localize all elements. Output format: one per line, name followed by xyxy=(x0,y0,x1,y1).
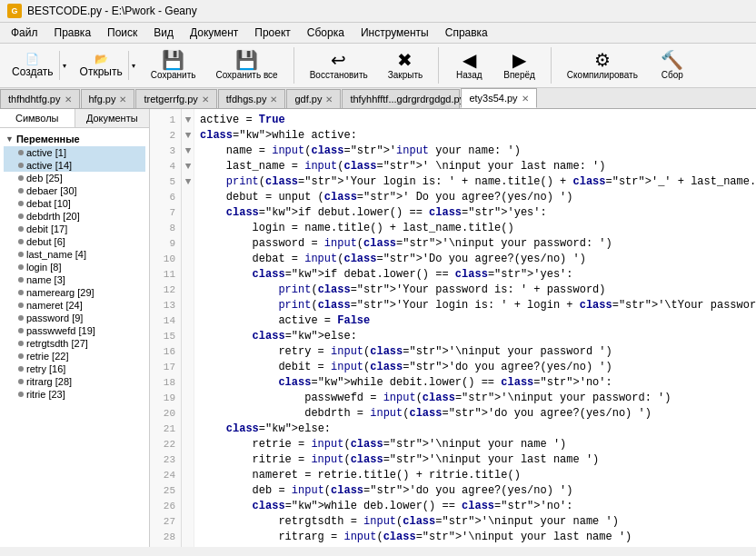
line-num-3: 3 xyxy=(154,144,175,159)
line-num-1: 1 xyxy=(154,113,175,128)
menu-search[interactable]: Поиск xyxy=(100,25,144,41)
code-line-22: retrie = input(class="str">'\ninput your… xyxy=(200,437,751,452)
tab-label-1: hfg.py xyxy=(89,94,116,104)
sidebar-dot-13 xyxy=(18,315,24,321)
save-label: Сохранить xyxy=(151,70,196,80)
sidebar-item-4[interactable]: debat [10] xyxy=(4,197,145,210)
editor-content: 1234567891011121314151617181920212223242… xyxy=(150,109,756,547)
sidebar-item-10[interactable]: name [3] xyxy=(4,273,145,286)
fold-18[interactable]: ▼ xyxy=(182,159,194,174)
tab-4[interactable]: gdf.py✕ xyxy=(286,89,341,108)
close-button[interactable]: ✖ Закрыть xyxy=(380,48,432,83)
code-line-9: password = input(class="str">'\ninput yo… xyxy=(200,236,751,252)
line-num-4: 4 xyxy=(154,159,175,174)
build-button[interactable]: 🔨 Сбор xyxy=(650,48,695,83)
close-icon: ✖ xyxy=(397,51,413,69)
tab-label-6: ety3s54.py xyxy=(469,93,517,104)
open-button[interactable]: 📂 Открыть ▾ xyxy=(74,50,139,81)
line-num-8: 8 xyxy=(154,221,175,236)
menu-tools[interactable]: Инструменты xyxy=(353,25,436,41)
toolbar-sep-3 xyxy=(551,47,552,84)
fold-11[interactable]: ▼ xyxy=(182,144,194,159)
tab-0[interactable]: thfhdhtfg.py✕ xyxy=(0,89,80,108)
open-arrow[interactable]: ▾ xyxy=(128,51,138,80)
sidebar-dot-1 xyxy=(18,163,24,168)
sidebar-item-9[interactable]: login [8] xyxy=(4,261,145,273)
save-button[interactable]: 💾 Сохранить xyxy=(143,48,204,83)
sidebar-dot-8 xyxy=(18,252,24,257)
tab-6[interactable]: ety3s54.py✕ xyxy=(461,88,536,108)
menu-build[interactable]: Сборка xyxy=(300,25,352,41)
new-label: Создать xyxy=(12,65,54,78)
compile-icon: ⚙ xyxy=(594,51,611,69)
tab-1[interactable]: hfg.py✕ xyxy=(81,89,135,108)
code-line-27: retrgtsdth = input(class="str">'\ninput … xyxy=(200,514,751,530)
code-line-20: debdrth = input(class="str">'do you agre… xyxy=(200,406,751,422)
tab-close-1[interactable]: ✕ xyxy=(119,94,126,104)
menu-document[interactable]: Документ xyxy=(183,25,245,41)
sidebar-label-15: retrgtsdth [27] xyxy=(26,338,88,349)
fold-2[interactable]: ▼ xyxy=(182,113,194,128)
sidebar-item-17[interactable]: retry [16] xyxy=(4,362,145,375)
tab-close-6[interactable]: ✕ xyxy=(522,94,529,104)
restore-button[interactable]: ↩ Восстановить xyxy=(302,48,376,83)
menu-help[interactable]: Справка xyxy=(438,25,495,41)
line-num-20: 20 xyxy=(154,406,175,422)
code-editor[interactable]: active = Trueclass="kw">while active: na… xyxy=(194,109,756,547)
fold-7[interactable]: ▼ xyxy=(182,128,194,144)
sidebar-item-18[interactable]: ritrarg [28] xyxy=(4,375,145,388)
tab-close-4[interactable]: ✕ xyxy=(325,94,333,104)
save-all-button[interactable]: 💾 Сохранить все xyxy=(207,48,285,83)
sidebar-item-15[interactable]: retrgtsdth [27] xyxy=(4,337,145,350)
sidebar-item-14[interactable]: passwwefd [19] xyxy=(4,324,145,337)
compile-button[interactable]: ⚙ Скомпилировать xyxy=(559,48,646,83)
compile-label: Скомпилировать xyxy=(567,70,638,80)
line-num-15: 15 xyxy=(154,329,175,344)
sidebar-item-12[interactable]: nameret [24] xyxy=(4,299,145,312)
new-arrow[interactable]: ▾ xyxy=(59,51,69,80)
sidebar-item-16[interactable]: retrie [22] xyxy=(4,350,145,362)
sidebar-item-7[interactable]: debut [6] xyxy=(4,235,145,248)
toolbar: 📄 Создать ▾ 📂 Открыть ▾ 💾 Сохранить 💾 Со… xyxy=(0,44,756,88)
back-button[interactable]: ◀ Назад xyxy=(446,48,492,83)
menu-view[interactable]: Вид xyxy=(146,25,181,41)
tab-2[interactable]: tretgerrfg.py✕ xyxy=(135,89,216,108)
sidebar-item-5[interactable]: debdrth [20] xyxy=(4,210,145,223)
new-button[interactable]: 📄 Создать ▾ xyxy=(5,50,70,81)
window-title: BESTCODE.py - E:\Pwork - Geany xyxy=(27,5,197,17)
tab-close-0[interactable]: ✕ xyxy=(65,94,72,104)
menu-project[interactable]: Проект xyxy=(247,25,298,41)
sidebar-label-5: debdrth [20] xyxy=(26,211,80,222)
tab-3[interactable]: tfdhgs.py✕ xyxy=(218,89,286,108)
forward-button[interactable]: ▶ Вперёд xyxy=(495,48,543,83)
sidebar-item-11[interactable]: namerearg [29] xyxy=(4,286,145,299)
toolbar-sep-2 xyxy=(438,47,439,84)
sidebar-tab-documents[interactable]: Документы xyxy=(75,109,150,127)
menu-edit[interactable]: Правка xyxy=(47,25,99,41)
sidebar-item-6[interactable]: debit [17] xyxy=(4,223,145,235)
sidebar-tab-symbols[interactable]: Символы xyxy=(0,109,75,127)
sidebar-item-1[interactable]: active [14] xyxy=(4,159,145,172)
sidebar-item-19[interactable]: ritrie [23] xyxy=(4,388,145,401)
menu-file[interactable]: Файл xyxy=(4,25,45,41)
build-label: Сбор xyxy=(662,70,683,80)
line-num-24: 24 xyxy=(154,468,175,483)
fold-26[interactable]: ▼ xyxy=(182,174,194,190)
restore-label: Восстановить xyxy=(310,70,368,80)
tab-close-3[interactable]: ✕ xyxy=(270,94,277,104)
sidebar-item-0[interactable]: active [1] xyxy=(4,146,145,159)
line-num-26: 26 xyxy=(154,499,175,514)
tab-close-2[interactable]: ✕ xyxy=(202,94,209,104)
code-line-4: last_name = input(class="str">' \ninput … xyxy=(200,159,751,174)
sidebar-item-2[interactable]: deb [25] xyxy=(4,172,145,184)
tab-5[interactable]: thfyhhfftf...gdrgrdrgdgd.py✕ xyxy=(342,89,460,108)
sidebar-item-3[interactable]: debaer [30] xyxy=(4,184,145,197)
sidebar-label-1: active [14] xyxy=(26,160,72,171)
code-line-26: class="kw">while deb.lower() == class="s… xyxy=(200,499,751,514)
line-num-22: 22 xyxy=(154,437,175,452)
save-all-label: Сохранить все xyxy=(215,70,277,80)
sidebar-group-header[interactable]: ▼ Переменные xyxy=(4,132,145,146)
sidebar-item-8[interactable]: last_name [4] xyxy=(4,248,145,261)
sidebar-dot-16 xyxy=(18,353,24,359)
sidebar-item-13[interactable]: password [9] xyxy=(4,312,145,324)
